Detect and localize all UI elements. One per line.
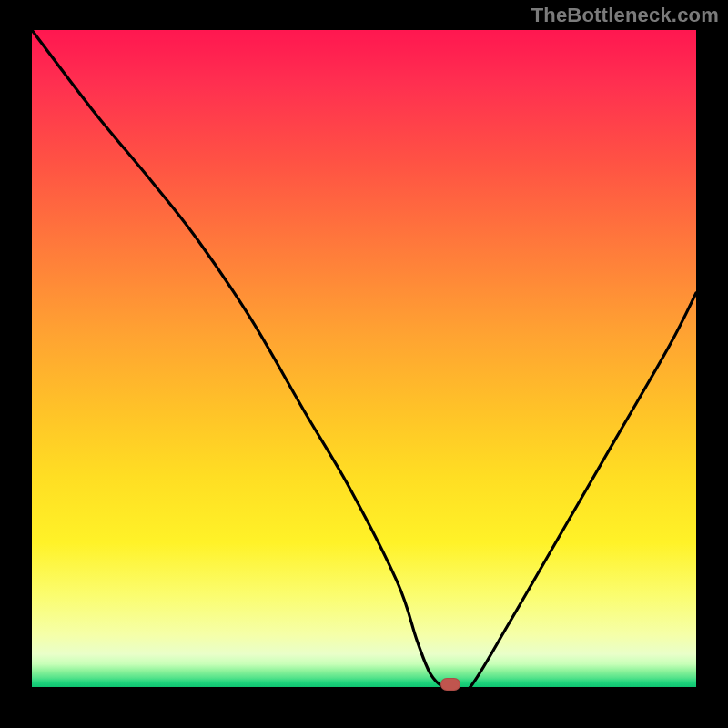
- bottleneck-curve: [32, 30, 696, 687]
- chart-frame: TheBottleneck.com: [0, 0, 728, 728]
- attribution-text: TheBottleneck.com: [531, 4, 719, 27]
- plot-area: [32, 30, 696, 687]
- optimal-point-marker: [440, 678, 460, 691]
